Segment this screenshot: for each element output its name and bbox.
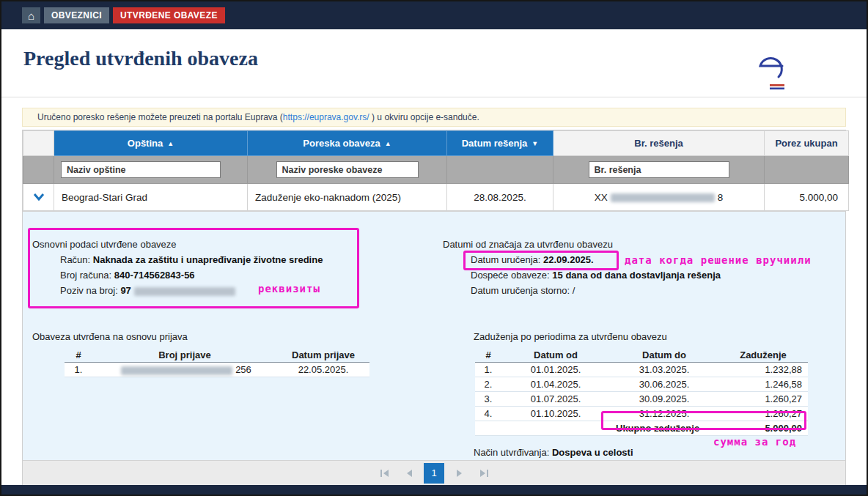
app-window: ⌂ OBVEZNICI UTVRĐENE OBAVEZE Pregled utv…: [0, 0, 868, 496]
cell-porez-ukupan: 5.000,00: [765, 184, 849, 211]
col-header-opstina[interactable]: Opština▲: [54, 131, 248, 156]
first-page-icon: [380, 470, 389, 477]
datumi-title: Datumi od značaja za utvrđenu obavezu: [443, 237, 721, 252]
euprava-logo-icon: [752, 48, 790, 94]
expand-row-button[interactable]: [23, 184, 54, 211]
last-page-button[interactable]: [475, 464, 493, 482]
zaduzenja-table: # Datum od Datum do Zaduženje 1. 01.01.2…: [475, 348, 808, 436]
breadcrumb-utvrdjene-obaveze[interactable]: UTVRĐENE OBAVEZE: [113, 7, 225, 23]
header-row: Opština▲ Poreska obaveza▲ Datum rešenja▼…: [23, 131, 849, 156]
sort-asc-icon: ▲: [167, 140, 174, 147]
prijava-row: 1. 256 22.05.2025.: [65, 363, 369, 377]
previous-page-button[interactable]: [400, 464, 417, 482]
breadcrumb-obveznici[interactable]: OBVEZNICI: [44, 7, 109, 23]
zaduzenja-title: Zaduženja po periodima za utvrđenu obave…: [474, 329, 808, 344]
redacted-value: [134, 287, 235, 296]
main-content: Uručeno poresko rešenje možete preuzeti …: [1, 97, 867, 485]
osnovni-podaci-section: Osnovni podaci utvrđene obaveze Račun: N…: [32, 237, 323, 298]
pagination-bar: 1: [23, 460, 845, 485]
total-label: Ukupno zaduženje: [610, 421, 718, 436]
datumi-section: Datumi od značaja za utvrđenu obavezu Da…: [443, 237, 721, 298]
home-button[interactable]: ⌂: [22, 7, 40, 23]
next-page-icon: [456, 470, 464, 477]
osnovni-title: Osnovni podaci utvrđene obaveze: [32, 237, 323, 252]
filter-row: [23, 156, 849, 184]
page-button-1[interactable]: 1: [424, 463, 444, 484]
col-header-poreska-obaveza[interactable]: Poreska obaveza▲: [248, 131, 447, 156]
cell-datum-resenja: 28.08.2025.: [447, 184, 553, 211]
redacted-value: [611, 193, 715, 202]
col-header-porez-ukupan[interactable]: Porez ukupan: [765, 131, 849, 156]
cell-br-resenja: XX8: [553, 184, 765, 211]
obligations-grid: Opština▲ Poreska obaveza▲ Datum rešenja▼…: [22, 130, 846, 485]
zaduzenje-row: 2. 01.04.2025. 30.06.2025. 1.246,58: [475, 377, 808, 392]
next-page-button[interactable]: [451, 464, 468, 482]
euprava-link[interactable]: https://euprava.gov.rs/: [283, 112, 369, 122]
total-value: 5.000,00: [718, 421, 808, 436]
redacted-value: [121, 366, 232, 375]
top-navbar: ⌂ OBVEZNICI UTVRĐENE OBAVEZE: [1, 1, 867, 29]
cell-poreska-obaveza: Zaduženje eko-naknadom (2025): [248, 184, 447, 211]
zaduzenja-section: Zaduženja po periodima za utvrđenu obave…: [474, 329, 808, 460]
col-header-datum-resenja[interactable]: Datum rešenja▼: [447, 131, 553, 156]
col-header-br-resenja[interactable]: Br. rešenja: [553, 131, 765, 156]
filter-poreska-obaveza-input[interactable]: [276, 161, 419, 178]
last-page-icon: [479, 470, 489, 477]
zaduzenje-row: 4. 01.10.2025. 31.12.2025. 1.260,27: [475, 407, 808, 421]
table-row: Beograd-Stari Grad Zaduženje eko-naknado…: [23, 184, 849, 211]
page-title: Pregled utvrđenih obaveza: [23, 47, 258, 70]
filter-opstina-input[interactable]: [61, 161, 221, 178]
obligations-table: Opština▲ Poreska obaveza▲ Datum rešenja▼…: [23, 130, 849, 211]
zaduzenje-row: 3. 01.07.2025. 30.09.2025. 1.260,27: [475, 392, 808, 407]
row-detail-panel: Osnovni podaci utvrđene obaveze Račun: N…: [23, 211, 845, 460]
home-icon: ⌂: [28, 10, 34, 22]
zaduzenje-total-row: Ukupno zaduženje 5.000,00: [475, 421, 808, 436]
sort-asc-icon: ▲: [385, 140, 391, 147]
bottom-bar: [1, 485, 867, 495]
sort-desc-icon: ▼: [532, 140, 538, 147]
previous-page-icon: [405, 470, 413, 477]
title-bar: Pregled utvrđenih obaveza: [1, 29, 867, 97]
notice-bar: Uručeno poresko rešenje možete preuzeti …: [22, 108, 846, 127]
nacin-utvrdjivanja: Način utvrđivanja: Dospeva u celosti: [474, 445, 808, 460]
prijave-section: Obaveza utvrđena na osnovu prijava # Bro…: [32, 329, 369, 377]
notice-text-after: ) u okviru opcije e-sanduče.: [369, 112, 479, 122]
first-page-button[interactable]: [375, 464, 393, 482]
prijave-title: Obaveza utvrđena na osnovu prijava: [32, 329, 369, 344]
col-header-expand: [23, 131, 54, 156]
zaduzenje-row: 1. 01.01.2025. 31.03.2025. 1.232,88: [475, 363, 808, 377]
filter-br-resenja-input[interactable]: [589, 161, 729, 178]
prijave-table: # Broj prijave Datum prijave 1. 256 22.0…: [65, 348, 369, 377]
chevron-down-icon: [33, 193, 45, 201]
notice-text-before: Uručeno poresko rešenje možete preuzeti …: [37, 112, 283, 122]
cell-opstina: Beograd-Stari Grad: [54, 184, 248, 211]
